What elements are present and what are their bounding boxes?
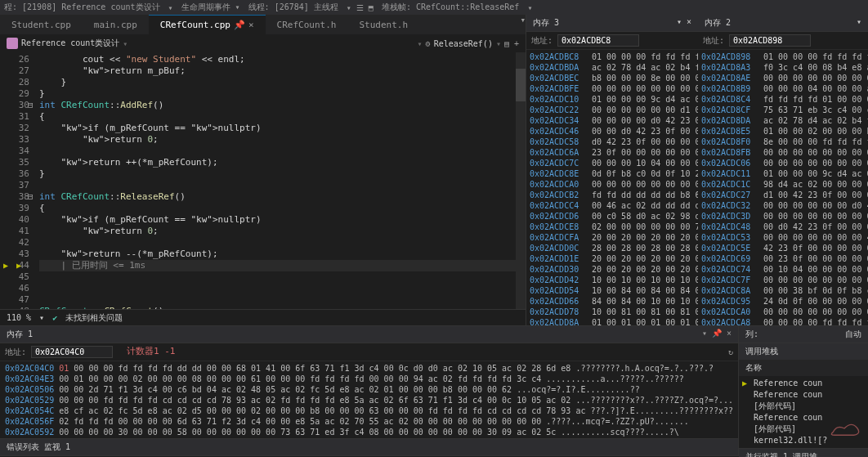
code-line[interactable]: "kw">return 0;: [39, 134, 526, 146]
code-line[interactable]: }: [39, 77, 526, 88]
zoom-level[interactable]: 110 %: [7, 313, 31, 322]
memory-row: 0x02AC056F 02 fd fd fd 00 00 00 00 6d 63…: [5, 416, 733, 427]
code-line[interactable]: "kw">if (m_pRefCount == "kw">nullptr): [39, 214, 526, 226]
memory-row: 0x02ACDCA000 00 00 00 00 00 00 00 00 00: [701, 307, 865, 317]
code-line[interactable]: {: [39, 203, 526, 214]
memory-row: 0x02ACDBDAac 02 78 d4 ac 02 b4 f8 0d 0f …: [530, 62, 695, 73]
memory-row: 0x02ACDC0600 00 00 00 00 00 00 00 00 00: [701, 158, 865, 168]
process-label: 程: [21908] Reference count类设计: [4, 2, 160, 13]
memory-row: 0x02ACDCC400 46 ac 02 dd dd dd dd dd dd …: [530, 200, 695, 211]
scrollbar-vertical[interactable]: [516, 52, 526, 309]
code-line[interactable]: "kw">return 0;: [39, 226, 526, 237]
stackframe-label: 堆栈帧: CRefCount::ReleaseRef: [382, 2, 519, 13]
code-line[interactable]: [39, 271, 526, 283]
code-line[interactable]: "kw">return --(*m_pRefCount);: [39, 249, 526, 260]
memory-row: 0x02ACDCA000 00 00 00 00 00 00 00 00 00 …: [530, 179, 695, 190]
memory-row: 0x02ACDD0C28 00 28 00 28 00 28 00 28 00 …: [530, 243, 695, 253]
breadcrumb-method[interactable]: ReleaseRef(): [434, 39, 493, 48]
status-message: 未找到相关问题: [65, 312, 123, 324]
memory-row: 0x02ACDBC801 00 00 00 fd fd fd fd 75 63 …: [530, 52, 695, 62]
code-line[interactable]: ⊟int CRefCount::AddRef(): [39, 100, 526, 111]
mem3-title: 内存 3: [533, 17, 559, 29]
tab-student-cpp[interactable]: Student.cpp: [0, 15, 83, 34]
tab-crefcount-h[interactable]: CRefCount.h: [266, 15, 348, 34]
code-line[interactable]: }: [39, 168, 526, 180]
callstack-row[interactable]: Reference coun: [742, 389, 865, 401]
mem2-address-input[interactable]: [729, 34, 811, 47]
close-icon[interactable]: ×: [248, 20, 254, 30]
project-icon: [7, 38, 18, 49]
memory-row: 0x02ACDC4600 00 d0 42 23 0f 00 00 00 00 …: [530, 126, 695, 137]
memory-row: 0x02ACD8AE00 00 00 00 00 00 00 00 00 01: [701, 73, 865, 83]
panel-menu-icon[interactable]: ▾: [857, 17, 861, 29]
bottom-tabs[interactable]: 错误列表 监视 1: [7, 441, 70, 453]
mem1-address-input[interactable]: [31, 346, 113, 358]
code-line[interactable]: {: [39, 111, 526, 123]
memory-row: 0x02ACDD3020 00 20 00 20 00 20 00 20 00 …: [530, 264, 695, 275]
callstack-row[interactable]: [外部代码]: [742, 401, 865, 412]
pin-icon[interactable]: ▾ 📌 ×: [702, 329, 732, 340]
breadcrumb: Reference count类设计 ▾ ▾ ⚙ ReleaseRef() ▾ …: [0, 34, 526, 52]
top-info-bar: 程: [21908] Reference count类设计 ▾ 生命周期事件 ▾…: [0, 0, 868, 15]
code-line[interactable]: [39, 180, 526, 191]
code-line[interactable]: "kw">return ++(*m_pRefCount);: [39, 157, 526, 168]
mem3-address-input[interactable]: [557, 34, 639, 47]
panel-menu-icon[interactable]: ▾ ×: [677, 17, 691, 29]
auto-label[interactable]: 自动: [845, 329, 861, 340]
memory-row: 0x02ACDC8A00 00 38 bf 0d 0f b8 c0 0d 0f …: [701, 285, 865, 296]
code-line[interactable]: }: [39, 88, 526, 100]
refresh-icon[interactable]: ↻: [728, 347, 733, 356]
memory-row: 0x02ACDD1E20 00 20 00 20 00 20 00 20 00 …: [530, 253, 695, 264]
memory-row: 0x02ACDCFA20 00 20 00 20 00 20 00 20 00 …: [530, 232, 695, 243]
code-line[interactable]: cout << "new Student" << endl;: [39, 54, 526, 65]
code-line[interactable]: [39, 237, 526, 249]
memory-row: 0x02ACDC3200 00 00 00 00 00 d0 42 23 0f: [701, 200, 865, 211]
memory-row: 0x02ACDD6684 00 84 00 10 00 10 00 10 00 …: [530, 296, 695, 307]
code-line[interactable]: [39, 146, 526, 157]
memory-row: 0x02ACDC58d0 42 23 0f 00 00 00 00 00 00 …: [530, 137, 695, 147]
memory-row: 0x02ACDC9524 0d 0f 00 00 00 00 00 00 00: [701, 296, 865, 307]
code-line[interactable]: [39, 294, 526, 306]
code-line[interactable]: "kw">if (m_pRefCount == "kw">nullptr): [39, 123, 526, 134]
dropdown-icon[interactable]: ▾: [520, 15, 526, 34]
callstack-row[interactable]: ▶Reference coun: [742, 378, 865, 389]
memory-row: 0x02ACDC1101 00 00 00 9c d4 ac 02 00 00 …: [701, 168, 865, 179]
memory-row: 0x02ACDBECb8 00 00 00 8e 00 00 00 fd fd …: [530, 73, 695, 83]
memory-row: 0x02ACDCD600 c0 58 d0 ac 02 98 d3 ac 02 …: [530, 211, 695, 222]
memory-row: 0x02ACDD5410 00 84 00 84 00 84 00 84 00 …: [530, 285, 695, 296]
editor-status-bar: 110 % ▾ ✔ 未找到相关问题: [0, 309, 526, 325]
memory-row: 0x02ACDC27d1 00 42 23 0f 00 00 00 00 00: [701, 190, 865, 200]
memory-row: 0x02ACDCA800 00 00 00 fd fd fd fd dd dd: [701, 317, 865, 325]
split-icon[interactable]: ▤ +: [504, 39, 519, 48]
tab-student-h[interactable]: Student.h: [347, 15, 419, 34]
memory-row: 0x02AC0592 00 00 00 00 30 00 00 00 58 00…: [5, 427, 733, 437]
code-line[interactable]: ⊟int CRefCount::ReleaseRef(): [39, 191, 526, 203]
memory-row: 0x02AC054C e8 cf ac 02 fc 5d e8 ac 02 d5…: [5, 405, 733, 416]
tab-main-cpp[interactable]: main.cpp: [83, 15, 149, 34]
scroll-thumb[interactable]: [516, 69, 526, 101]
tab-crefcount-cpp[interactable]: CRefCount.cpp📌×: [149, 15, 266, 34]
addr-label: 地址:: [703, 35, 724, 47]
code-line[interactable]: ⊟CRefCount::~CRefCount(): [39, 306, 526, 309]
right-bottom-tabs[interactable]: 并行监视 1 调用堆: [745, 451, 817, 457]
code-line[interactable]: "kw">return m_pBuf;: [39, 65, 526, 77]
memory-row: 0x02ACDC7400 10 04 00 00 00 00 00 00 00: [701, 264, 865, 275]
pin-icon[interactable]: 📌: [234, 20, 245, 30]
breadcrumb-project[interactable]: Reference count类设计: [21, 38, 119, 49]
memory-row: 0x02ACDD8A01 00 01 00 01 00 01 00 01 00 …: [530, 317, 695, 325]
code-line[interactable]: ▶▶ | 已用时间 <= 1ms: [39, 260, 526, 271]
memory-row: 0x02ACDC7F00 00 00 00 00 00 00 00 00 00: [701, 275, 865, 285]
memory-row: 0x02ACDC5E42 23 0f 00 00 00 00 00 00 00: [701, 243, 865, 253]
code-editor[interactable]: 2627282930313233343536373839404142434445…: [0, 52, 526, 309]
memory-row: 0x02ACDC3D00 00 00 00 00 00 00 00 00 00: [701, 211, 865, 222]
callstack-col-name: 名称: [745, 363, 762, 372]
mem1-title: 内存 1: [7, 329, 33, 340]
memory-row: 0x02ACDC4800 d0 42 23 0f 00 00 00 00 00: [701, 222, 865, 232]
memory-row: 0x02AC0506 00 00 2d 71 f1 3d c4 00 c6 bd…: [5, 384, 733, 395]
code-line[interactable]: [39, 283, 526, 294]
memory-row: 0x02ACDBFE00 00 00 00 00 00 00 00 00 00 …: [530, 83, 695, 94]
callstack-title: 调用堆栈: [745, 347, 778, 356]
memory-row: 0x02ACD8DAac 02 78 d4 ac 02 b4 f8 0d 0f …: [701, 115, 865, 126]
life-events[interactable]: 生命周期事件 ▾: [181, 2, 240, 13]
thread-label: 线程: [26784] 主线程: [248, 2, 338, 13]
